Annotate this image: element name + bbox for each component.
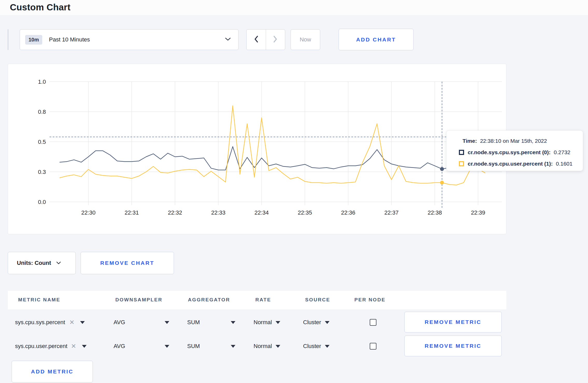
page-title: Custom Chart xyxy=(10,2,71,12)
sys-series-legend-icon xyxy=(459,150,464,155)
metric-name-select[interactable]: sys.cpu.user.percent ✕ xyxy=(15,334,87,358)
rate-value: Normal xyxy=(254,343,272,350)
svg-text:22:30: 22:30 xyxy=(81,209,95,216)
downsampler-value: AVG xyxy=(114,343,125,350)
svg-text:22:31: 22:31 xyxy=(124,209,139,216)
time-range-select[interactable]: 10m Past 10 Minutes xyxy=(20,29,239,50)
remove-metric-button[interactable]: REMOVE METRIC xyxy=(404,336,502,356)
tooltip-series-label: cr.node.sys.cpu.user.percent (1): xyxy=(468,161,553,167)
chevron-down-icon xyxy=(56,261,61,265)
chevron-right-icon xyxy=(273,35,278,44)
time-next-button[interactable] xyxy=(266,30,285,50)
now-button[interactable]: Now xyxy=(291,29,320,50)
user-series-legend-icon xyxy=(459,161,464,166)
aggregator-value: SUM xyxy=(187,319,200,326)
caret-down-icon xyxy=(276,345,280,348)
chart-tooltip: Time: 22:38:10 on Mar 15th, 2022 cr.node… xyxy=(446,130,583,171)
remove-metric-button[interactable]: REMOVE METRIC xyxy=(404,312,502,332)
aggregator-value: SUM xyxy=(187,343,200,350)
rate-select[interactable]: Normal xyxy=(254,310,280,334)
svg-text:0.3: 0.3 xyxy=(38,169,46,175)
caret-down-icon xyxy=(165,321,169,324)
rate-value: Normal xyxy=(254,319,272,326)
timeseries-chart[interactable]: 0.00.30.50.81.022:3022:3122:3222:3322:34… xyxy=(8,64,507,235)
caret-down-icon xyxy=(231,345,235,348)
toolbar-divider xyxy=(8,29,8,50)
metrics-table-header: METRIC NAME DOWNSAMPLER AGGREGATOR RATE … xyxy=(8,291,506,309)
remove-chart-button[interactable]: REMOVE CHART xyxy=(81,252,174,274)
clear-metric-icon[interactable]: ✕ xyxy=(69,319,74,325)
svg-text:1.0: 1.0 xyxy=(38,79,46,85)
col-header-rate: RATE xyxy=(255,297,271,303)
chevron-down-icon xyxy=(225,37,231,42)
svg-text:22:34: 22:34 xyxy=(254,209,269,216)
svg-text:22:37: 22:37 xyxy=(384,209,398,216)
metric-name-value: sys.cpu.user.percent xyxy=(15,343,67,350)
add-chart-button[interactable]: ADD CHART xyxy=(339,29,414,50)
col-header-per-node: PER NODE xyxy=(354,297,386,303)
col-header-metric-name: METRIC NAME xyxy=(18,297,60,303)
tooltip-time-row: Time: 22:38:10 on Mar 15th, 2022 xyxy=(459,137,583,145)
tooltip-time-label: Time: xyxy=(463,138,477,144)
svg-text:0.8: 0.8 xyxy=(38,109,46,115)
svg-text:22:38: 22:38 xyxy=(428,209,442,216)
svg-text:22:36: 22:36 xyxy=(341,209,355,216)
tooltip-series-row: cr.node.sys.cpu.sys.percent (0): 0.2732 xyxy=(459,148,583,156)
col-header-aggregator: AGGREGATOR xyxy=(188,297,230,303)
downsampler-value: AVG xyxy=(114,319,125,326)
units-select[interactable]: Units: Count xyxy=(8,252,76,274)
caret-down-icon xyxy=(231,321,235,324)
metric-row: sys.cpu.sys.percent ✕ AVG SUM Normal Clu… xyxy=(0,310,588,334)
source-select[interactable]: Cluster xyxy=(303,334,330,358)
source-value: Cluster xyxy=(303,319,321,326)
time-nav-group xyxy=(246,29,285,50)
svg-text:22:39: 22:39 xyxy=(471,209,485,216)
source-value: Cluster xyxy=(303,343,321,350)
add-metric-button[interactable]: ADD METRIC xyxy=(12,361,93,382)
chart-card[interactable]: 0.00.30.50.81.022:3022:3122:3222:3322:34… xyxy=(8,64,506,234)
col-header-downsampler: DOWNSAMPLER xyxy=(115,297,163,303)
caret-down-icon xyxy=(82,345,87,348)
svg-text:22:33: 22:33 xyxy=(211,209,225,216)
svg-text:0.5: 0.5 xyxy=(38,139,46,145)
svg-text:22:35: 22:35 xyxy=(298,209,312,216)
time-prev-button[interactable] xyxy=(247,30,266,50)
time-range-badge: 10m xyxy=(25,35,42,45)
svg-text:22:32: 22:32 xyxy=(168,209,182,216)
chevron-left-icon xyxy=(254,35,259,44)
col-header-source: SOURCE xyxy=(305,297,330,303)
caret-down-icon xyxy=(165,345,169,348)
per-node-checkbox[interactable] xyxy=(370,319,376,326)
tooltip-time-value: 22:38:10 on Mar 15th, 2022 xyxy=(480,138,547,144)
tooltip-series-label: cr.node.sys.cpu.sys.percent (0): xyxy=(468,149,551,155)
header-band xyxy=(0,0,588,15)
metric-name-value: sys.cpu.sys.percent xyxy=(15,319,65,326)
tooltip-series-row: cr.node.sys.cpu.user.percent (1): 0.1601 xyxy=(459,160,583,168)
caret-down-icon xyxy=(80,321,85,324)
tooltip-series-value: 0.2732 xyxy=(554,149,570,155)
metric-name-select[interactable]: sys.cpu.sys.percent ✕ xyxy=(15,310,85,334)
aggregator-select[interactable]: SUM xyxy=(187,334,235,358)
clear-metric-icon[interactable]: ✕ xyxy=(71,343,76,349)
caret-down-icon xyxy=(325,321,330,324)
metric-row: sys.cpu.user.percent ✕ AVG SUM Normal Cl… xyxy=(0,334,588,358)
svg-text:0.0: 0.0 xyxy=(38,199,46,205)
aggregator-select[interactable]: SUM xyxy=(187,310,235,334)
tooltip-series-value: 0.1601 xyxy=(556,161,572,167)
caret-down-icon xyxy=(276,321,280,324)
per-node-checkbox[interactable] xyxy=(370,343,376,350)
downsampler-select[interactable]: AVG xyxy=(114,334,169,358)
units-label: Units: Count xyxy=(17,260,51,266)
rate-select[interactable]: Normal xyxy=(254,334,280,358)
time-range-label: Past 10 Minutes xyxy=(49,36,90,43)
downsampler-select[interactable]: AVG xyxy=(114,310,169,334)
caret-down-icon xyxy=(325,345,330,348)
source-select[interactable]: Cluster xyxy=(303,310,330,334)
